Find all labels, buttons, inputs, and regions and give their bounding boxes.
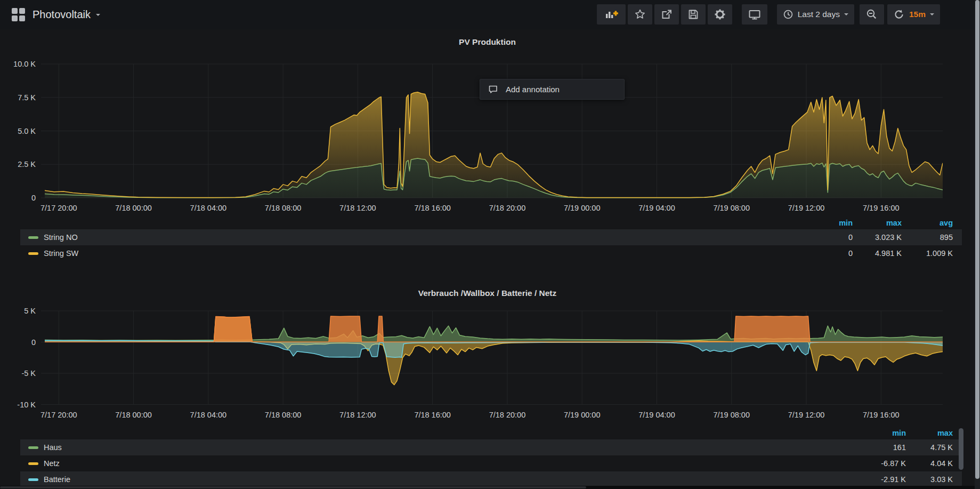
add-annotation-label: Add annotation bbox=[506, 85, 560, 94]
save-icon bbox=[687, 8, 700, 21]
legend-row-haus[interactable]: Haus1614.75 K bbox=[20, 439, 962, 455]
star-button[interactable] bbox=[628, 4, 652, 25]
y-axis-tick: 2.5 K bbox=[18, 160, 36, 169]
legend-value-max: 3.023 K bbox=[853, 233, 902, 242]
navbar: Photovoltaik bbox=[0, 0, 975, 29]
verbrauch-chart[interactable]: 5 K0-5 K-10 K7/17 20:007/18 00:007/18 04… bbox=[0, 296, 975, 421]
legend-row-string-sw[interactable]: String SW04.981 K1.009 K bbox=[20, 245, 962, 261]
x-axis-tick: 7/19 04:00 bbox=[638, 204, 675, 212]
series-color-dash[interactable] bbox=[28, 462, 38, 465]
zoom-out-button[interactable] bbox=[860, 4, 884, 25]
legend-row-netz[interactable]: Netz-6.87 K4.04 K bbox=[20, 455, 962, 471]
refresh-icon bbox=[893, 9, 905, 20]
legend-value-min: -2.91 K bbox=[859, 475, 906, 484]
horizontal-scrollbar[interactable] bbox=[0, 486, 975, 489]
x-axis-tick: 7/19 16:00 bbox=[863, 204, 900, 212]
x-axis-tick: 7/19 08:00 bbox=[713, 411, 750, 419]
legend-row-batterie[interactable]: Batterie-2.91 K3.03 K bbox=[20, 471, 962, 487]
series-color-dash[interactable] bbox=[28, 478, 38, 481]
x-axis-tick: 7/18 00:00 bbox=[115, 411, 152, 419]
x-axis-tick: 7/18 20:00 bbox=[489, 204, 526, 212]
chevron-down-icon bbox=[930, 13, 934, 15]
series-color-dash[interactable] bbox=[28, 446, 38, 449]
vertical-scrollbar[interactable] bbox=[975, 0, 980, 489]
comment-icon bbox=[488, 84, 499, 95]
series-area-wallbox bbox=[45, 316, 943, 342]
y-axis-tick: 0 bbox=[31, 194, 36, 202]
x-axis-tick: 7/19 16:00 bbox=[863, 411, 900, 419]
series-color-dash[interactable] bbox=[28, 252, 38, 255]
time-range-button[interactable]: Last 2 days bbox=[777, 4, 854, 25]
grid-square bbox=[12, 15, 18, 21]
dashboard-grid-icon[interactable] bbox=[12, 8, 25, 21]
add-annotation-menu-item[interactable]: Add annotation bbox=[480, 79, 625, 100]
dashboard-title: Photovoltaik bbox=[33, 9, 91, 21]
series-label[interactable]: Batterie bbox=[44, 475, 70, 484]
dashboard-title-dropdown[interactable]: Photovoltaik bbox=[33, 9, 100, 21]
chevron-down-icon bbox=[96, 14, 100, 16]
y-axis-tick: 0 bbox=[31, 338, 36, 347]
series-label[interactable]: Netz bbox=[44, 459, 60, 468]
x-axis-tick: 7/17 20:00 bbox=[41, 411, 77, 419]
legend-value-min: 0 bbox=[810, 233, 853, 242]
legend-value-max: 3.03 K bbox=[906, 475, 953, 484]
y-axis-tick: -10 K bbox=[17, 400, 36, 409]
series-label[interactable]: String SW bbox=[44, 249, 78, 258]
cycle-view-button[interactable] bbox=[742, 4, 767, 25]
grid-square bbox=[19, 8, 25, 14]
x-axis-tick: 7/19 12:00 bbox=[788, 411, 825, 419]
legend-header-avg[interactable]: avg bbox=[902, 219, 953, 227]
legend-value-max: 4.981 K bbox=[853, 249, 902, 258]
legend-header-max[interactable]: max bbox=[906, 429, 953, 437]
x-axis-tick: 7/18 08:00 bbox=[265, 411, 302, 419]
series-label[interactable]: Haus bbox=[44, 443, 62, 452]
legend-value-avg: 895 bbox=[902, 233, 953, 242]
pv-produktion-legend: minmaxavgString NO03.023 K895String SW04… bbox=[20, 217, 962, 261]
x-axis-tick: 7/18 04:00 bbox=[190, 411, 227, 419]
gear-icon bbox=[714, 8, 726, 21]
legend-scrollbar-thumb[interactable] bbox=[959, 428, 963, 470]
x-axis-tick: 7/18 08:00 bbox=[265, 204, 302, 212]
settings-button[interactable] bbox=[708, 4, 732, 25]
vertical-scrollbar-thumb[interactable] bbox=[975, 0, 979, 479]
x-axis-tick: 7/19 00:00 bbox=[564, 204, 601, 212]
legend-header-min[interactable]: min bbox=[859, 429, 906, 437]
clock-icon bbox=[783, 9, 793, 20]
series-label[interactable]: String NO bbox=[44, 233, 78, 242]
add-panel-button[interactable] bbox=[597, 4, 626, 25]
save-button[interactable] bbox=[681, 4, 706, 25]
x-axis-tick: 7/19 04:00 bbox=[638, 411, 675, 419]
refresh-interval-label: 15m bbox=[909, 10, 926, 19]
y-axis-tick: 5 K bbox=[24, 307, 36, 315]
chevron-down-icon bbox=[844, 13, 848, 15]
horizontal-scrollbar-thumb[interactable] bbox=[0, 486, 586, 488]
add-panel-icon bbox=[604, 8, 618, 21]
monitor-icon bbox=[748, 8, 762, 21]
x-axis-tick: 7/18 12:00 bbox=[339, 411, 376, 419]
y-axis-tick: 10.0 K bbox=[13, 60, 36, 68]
x-axis-tick: 7/18 04:00 bbox=[190, 204, 227, 212]
legend-header-max[interactable]: max bbox=[853, 219, 902, 227]
x-axis-tick: 7/19 00:00 bbox=[564, 411, 601, 419]
x-axis-tick: 7/17 20:00 bbox=[41, 204, 77, 212]
refresh-button[interactable]: 15m bbox=[887, 4, 940, 25]
y-axis-tick: -5 K bbox=[21, 369, 36, 378]
x-axis-tick: 7/18 16:00 bbox=[414, 204, 451, 212]
verbrauch-legend: minmaxHaus1614.75 KNetz-6.87 K4.04 KBatt… bbox=[20, 427, 962, 487]
zoom-out-icon bbox=[865, 8, 878, 21]
legend-value-avg: 1.009 K bbox=[902, 249, 953, 258]
legend-value-max: 4.75 K bbox=[906, 443, 953, 452]
x-axis-tick: 7/18 00:00 bbox=[115, 204, 152, 212]
grid-square bbox=[19, 15, 25, 21]
x-axis-tick: 7/18 20:00 bbox=[489, 411, 526, 419]
share-button[interactable] bbox=[654, 4, 679, 25]
pv-produktion-chart[interactable]: 10.0 K7.5 K5.0 K2.5 K07/17 20:007/18 00:… bbox=[0, 48, 975, 214]
legend-header-min[interactable]: min bbox=[810, 219, 853, 227]
legend-value-min: -6.87 K bbox=[859, 459, 906, 468]
grid-square bbox=[12, 8, 18, 14]
series-color-dash[interactable] bbox=[28, 236, 38, 239]
x-axis-tick: 7/19 12:00 bbox=[788, 204, 825, 212]
share-icon bbox=[660, 8, 673, 21]
legend-row-string-no[interactable]: String NO03.023 K895 bbox=[20, 229, 962, 245]
panel-title-pv-produktion[interactable]: PV Produktion bbox=[0, 37, 975, 47]
